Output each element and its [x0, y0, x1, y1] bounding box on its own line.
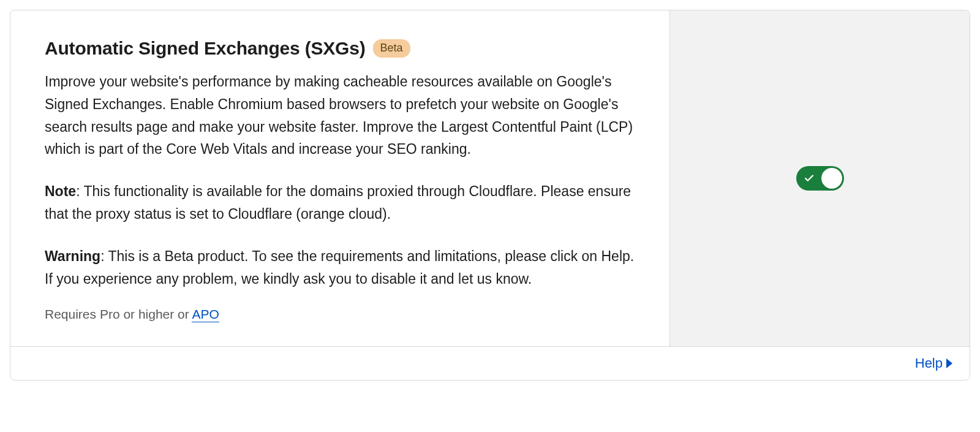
apo-link[interactable]: APO [192, 307, 219, 322]
help-button[interactable]: Help [915, 355, 952, 371]
feature-card-body: Automatic Signed Exchanges (SXGs) Beta I… [10, 10, 970, 346]
warning-label: Warning [45, 248, 100, 264]
feature-title-row: Automatic Signed Exchanges (SXGs) Beta [45, 37, 635, 59]
feature-toggle[interactable] [796, 166, 844, 191]
feature-main: Automatic Signed Exchanges (SXGs) Beta I… [10, 10, 669, 346]
feature-aside [669, 10, 970, 346]
toggle-knob [821, 168, 842, 189]
feature-note: Note: This functionality is available fo… [45, 180, 635, 225]
help-label: Help [915, 355, 943, 371]
plan-prefix: Requires Pro or higher or [45, 307, 192, 321]
check-icon [804, 173, 815, 184]
feature-card: Automatic Signed Exchanges (SXGs) Beta I… [10, 10, 970, 381]
plan-requirement: Requires Pro or higher or APO [45, 307, 635, 322]
warning-text: : This is a Beta product. To see the req… [45, 248, 634, 287]
feature-title: Automatic Signed Exchanges (SXGs) [45, 37, 366, 59]
feature-footer: Help [10, 346, 970, 380]
note-text: : This functionality is available for th… [45, 183, 631, 222]
feature-warning: Warning: This is a Beta product. To see … [45, 245, 635, 290]
caret-right-icon [946, 358, 952, 368]
note-label: Note [45, 183, 76, 199]
feature-description: Improve your website's performance by ma… [45, 70, 635, 161]
beta-badge: Beta [373, 39, 410, 58]
